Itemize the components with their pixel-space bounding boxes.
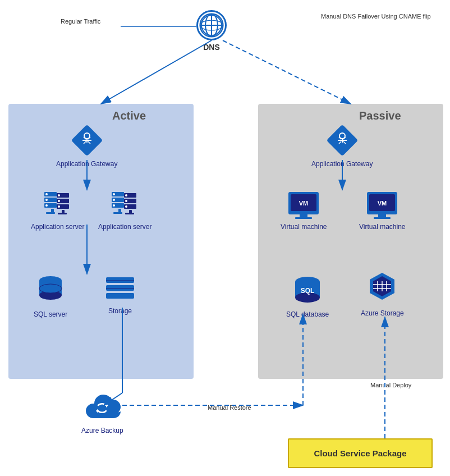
active-app-gateway-block: Application Gateway [56, 123, 117, 168]
passive-app-gateway-icon [325, 123, 359, 157]
active-app-server1-icon [43, 191, 72, 220]
passive-app-gateway-block: Application Gateway [311, 123, 373, 168]
svg-rect-21 [46, 212, 55, 214]
svg-rect-38 [125, 213, 134, 214]
active-app-server2-icon [111, 191, 140, 220]
svg-point-39 [113, 193, 115, 195]
svg-rect-22 [58, 213, 67, 214]
svg-point-41 [113, 204, 115, 207]
svg-rect-52 [106, 293, 134, 299]
svg-point-23 [45, 193, 48, 195]
passive-sql-db-icon: SQL [291, 275, 324, 308]
svg-point-28 [58, 205, 60, 208]
azure-backup-label: Azure Backup [81, 427, 123, 434]
passive-vm1-block: VM Virtual machine [281, 191, 327, 231]
passive-vm2-block: VM Virtual machine [359, 191, 406, 231]
passive-azure-storage-block: Azure Storage [361, 271, 404, 317]
manual-dns-failover-label: Manual DNS Failover Using CNAME flip [321, 12, 431, 21]
svg-rect-50 [106, 277, 134, 283]
diagram-container: Active Passive DNS Regular Traffic Manua… [0, 0, 450, 476]
dns-globe: DNS [196, 10, 227, 52]
active-app-server1-label: Application server [31, 223, 84, 231]
svg-text:SQL: SQL [301, 287, 315, 295]
passive-azure-storage-label: Azure Storage [361, 309, 404, 317]
passive-vm2-icon: VM [366, 191, 398, 220]
active-sql-server-icon [36, 275, 65, 308]
passive-vm2-label: Virtual machine [359, 223, 406, 231]
svg-point-24 [45, 199, 48, 201]
active-app-server2-label: Application server [98, 223, 151, 231]
passive-sql-db-label: SQL database [286, 310, 329, 318]
svg-point-42 [125, 194, 127, 196]
active-storage-block: Storage [104, 275, 136, 315]
svg-point-26 [58, 194, 60, 196]
active-storage-icon [104, 275, 136, 304]
svg-text:VM: VM [378, 200, 387, 207]
svg-point-43 [125, 200, 127, 202]
svg-point-25 [45, 204, 48, 207]
passive-vm1-label: Virtual machine [281, 223, 327, 231]
svg-point-44 [125, 205, 127, 208]
globe-icon [196, 10, 227, 40]
svg-line-89 [101, 40, 212, 104]
active-sql-server-block: SQL server [34, 275, 67, 318]
azure-backup-icon [82, 393, 122, 424]
manual-deploy-label: Manual Deploy [370, 382, 411, 388]
active-app-server1-block: Application server [31, 191, 84, 231]
passive-azure-storage-icon [365, 271, 399, 306]
svg-line-90 [223, 40, 351, 104]
active-app-server2-block: Application server [98, 191, 151, 231]
svg-point-27 [58, 200, 60, 202]
passive-sql-db-block: SQL SQL database [286, 275, 329, 318]
passive-label: Passive [359, 109, 401, 122]
azure-backup-block: Azure Backup [81, 393, 123, 434]
dns-label: DNS [203, 43, 220, 52]
active-app-gateway-icon [70, 123, 104, 157]
svg-rect-67 [295, 217, 312, 219]
manual-restore-label: Manual Restore [208, 404, 251, 411]
svg-point-40 [113, 199, 115, 201]
regular-traffic-label: Regular Traffic [61, 18, 100, 25]
active-storage-label: Storage [108, 307, 132, 315]
svg-rect-37 [113, 212, 122, 214]
passive-app-gateway-label: Application Gateway [311, 160, 373, 168]
svg-rect-66 [300, 214, 307, 217]
cloud-service-package-label: Cloud Service Package [314, 448, 406, 458]
cloud-service-package-box: Cloud Service Package [288, 438, 433, 468]
active-app-gateway-label: Application Gateway [56, 160, 117, 168]
active-label: Active [112, 109, 146, 122]
svg-text:VM: VM [299, 200, 309, 207]
passive-vm1-icon: VM [287, 191, 320, 220]
svg-rect-71 [378, 214, 386, 217]
svg-rect-72 [374, 217, 391, 219]
svg-rect-51 [106, 285, 134, 291]
globe-ellipse2 [205, 13, 218, 37]
active-sql-server-label: SQL server [34, 310, 67, 318]
